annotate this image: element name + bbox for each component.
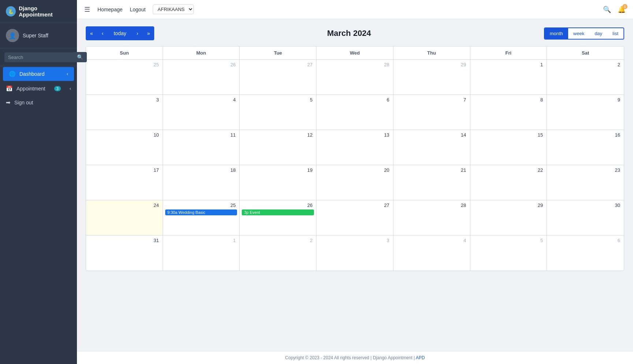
- calendar-day[interactable]: 16: [547, 130, 624, 165]
- footer: Copyright © 2023 - 2024 All rights reser…: [77, 351, 633, 364]
- search-area: 🔍: [0, 48, 77, 66]
- day-number: 4: [165, 96, 237, 103]
- brand: 🐍 Django Appointment: [0, 0, 77, 23]
- day-number: 18: [165, 167, 237, 174]
- calendar-day[interactable]: 17: [86, 165, 163, 200]
- calendar-day[interactable]: 9: [547, 95, 624, 130]
- calendar-day[interactable]: 3: [86, 95, 163, 130]
- day-number: 7: [396, 96, 468, 103]
- calendar-day[interactable]: 4: [163, 95, 240, 130]
- view-day-button[interactable]: day: [589, 28, 607, 39]
- calendar-day[interactable]: 1: [163, 235, 240, 271]
- sidebar-item-dashboard[interactable]: 🌐 Dashboard ‹: [3, 67, 74, 81]
- day-number: 28: [319, 61, 391, 68]
- header-tue: Tue: [240, 47, 316, 59]
- calendar-day[interactable]: 259:30a Wedding Basic: [163, 200, 240, 235]
- day-number: 8: [473, 96, 545, 103]
- day-number: 5: [473, 237, 545, 244]
- prev-prev-button[interactable]: «: [86, 26, 97, 40]
- chevron-icon: ‹: [70, 86, 71, 91]
- calendar-day[interactable]: 6: [316, 95, 393, 130]
- appointment-badge: 3: [54, 86, 61, 91]
- calendar-day[interactable]: 13: [316, 130, 393, 165]
- search-icon-btn[interactable]: 🔍: [603, 5, 611, 14]
- calendar-day[interactable]: 27: [316, 200, 393, 235]
- day-number: 2: [549, 61, 622, 68]
- calendar-day[interactable]: 4: [393, 235, 470, 271]
- signout-icon: ➡: [6, 99, 11, 106]
- day-number: 6: [319, 96, 391, 103]
- next-next-button[interactable]: »: [142, 26, 154, 40]
- calendar-day[interactable]: 27: [240, 60, 316, 94]
- calendar-day[interactable]: 14: [393, 130, 470, 165]
- hamburger-icon[interactable]: ☰: [84, 5, 90, 14]
- logout-link[interactable]: Logout: [130, 7, 146, 12]
- calendar-day[interactable]: 12: [240, 130, 316, 165]
- day-number: 21: [396, 167, 468, 174]
- week-row-3: 17181920212223: [86, 165, 624, 200]
- view-week-button[interactable]: week: [568, 28, 589, 39]
- notification-icon-btn[interactable]: 🔔 1: [618, 5, 626, 14]
- day-number: 15: [473, 131, 545, 138]
- calendar-day[interactable]: 7: [393, 95, 470, 130]
- calendar-day[interactable]: 15: [470, 130, 547, 165]
- view-list-button[interactable]: list: [607, 28, 623, 39]
- sidebar: 🐍 Django Appointment 👤 Super Staff 🔍 🌐 D…: [0, 0, 77, 364]
- calendar-day[interactable]: 5: [240, 95, 316, 130]
- calendar-event[interactable]: 3p Event: [242, 209, 314, 215]
- calendar-header-row: Sun Mon Tue Wed Thu Fri Sat: [86, 47, 624, 60]
- top-nav: ☰ Homepage Logout AFRIKAANS ENGLISH FREN…: [77, 0, 633, 19]
- calendar-grid: Sun Mon Tue Wed Thu Fri Sat 252627282912…: [86, 46, 624, 271]
- today-button[interactable]: today: [108, 26, 132, 40]
- view-month-button[interactable]: month: [545, 28, 568, 39]
- day-number: 2: [242, 237, 314, 244]
- calendar-day[interactable]: 10: [86, 130, 163, 165]
- appointment-icon: 📅: [6, 85, 13, 92]
- day-number: 26: [242, 202, 314, 209]
- day-number: 26: [165, 61, 237, 68]
- calendar-day[interactable]: 24: [86, 200, 163, 235]
- calendar-day[interactable]: 30: [547, 200, 624, 235]
- calendar-day[interactable]: 31: [86, 235, 163, 271]
- calendar-day[interactable]: 23: [547, 165, 624, 200]
- day-number: 28: [396, 202, 468, 209]
- week-row-2: 10111213141516: [86, 130, 624, 165]
- day-number: 25: [88, 61, 160, 68]
- sidebar-item-signout[interactable]: ➡ Sign out: [0, 96, 77, 109]
- week-row-1: 3456789: [86, 95, 624, 130]
- dashboard-icon: 🌐: [9, 71, 16, 77]
- day-number: 3: [319, 237, 391, 244]
- calendar-day[interactable]: 28: [316, 60, 393, 94]
- calendar-day[interactable]: 263p Event: [240, 200, 316, 235]
- calendar-day[interactable]: 5: [470, 235, 547, 271]
- next-button[interactable]: ›: [132, 26, 143, 40]
- calendar-day[interactable]: 11: [163, 130, 240, 165]
- language-select[interactable]: AFRIKAANS ENGLISH FRENCH GERMAN SPANISH: [153, 4, 194, 14]
- search-input[interactable]: [4, 52, 73, 62]
- footer-link[interactable]: APD: [416, 355, 425, 360]
- calendar-day[interactable]: 21: [393, 165, 470, 200]
- search-button[interactable]: 🔍: [73, 52, 87, 62]
- brand-title: Django Appointment: [19, 5, 71, 18]
- prev-button[interactable]: ‹: [97, 26, 108, 40]
- calendar-day[interactable]: 22: [470, 165, 547, 200]
- calendar-day[interactable]: 29: [470, 200, 547, 235]
- calendar-event[interactable]: 9:30a Wedding Basic: [165, 209, 237, 215]
- calendar-day[interactable]: 20: [316, 165, 393, 200]
- calendar-day[interactable]: 6: [547, 235, 624, 271]
- calendar-day[interactable]: 25: [86, 60, 163, 94]
- calendar-day[interactable]: 29: [393, 60, 470, 94]
- sidebar-item-appointment[interactable]: 📅 Appointment 3 ‹: [0, 82, 77, 96]
- calendar-day[interactable]: 2: [240, 235, 316, 271]
- calendar-day[interactable]: 3: [316, 235, 393, 271]
- calendar-day[interactable]: 2: [547, 60, 624, 94]
- calendar-day[interactable]: 8: [470, 95, 547, 130]
- calendar-day[interactable]: 18: [163, 165, 240, 200]
- calendar-day[interactable]: 19: [240, 165, 316, 200]
- footer-text: Copyright © 2023 - 2024 All rights reser…: [285, 355, 425, 360]
- homepage-link[interactable]: Homepage: [97, 7, 123, 12]
- calendar-day[interactable]: 28: [393, 200, 470, 235]
- sidebar-item-label: Sign out: [14, 100, 33, 105]
- calendar-day[interactable]: 1: [470, 60, 547, 94]
- calendar-day[interactable]: 26: [163, 60, 240, 94]
